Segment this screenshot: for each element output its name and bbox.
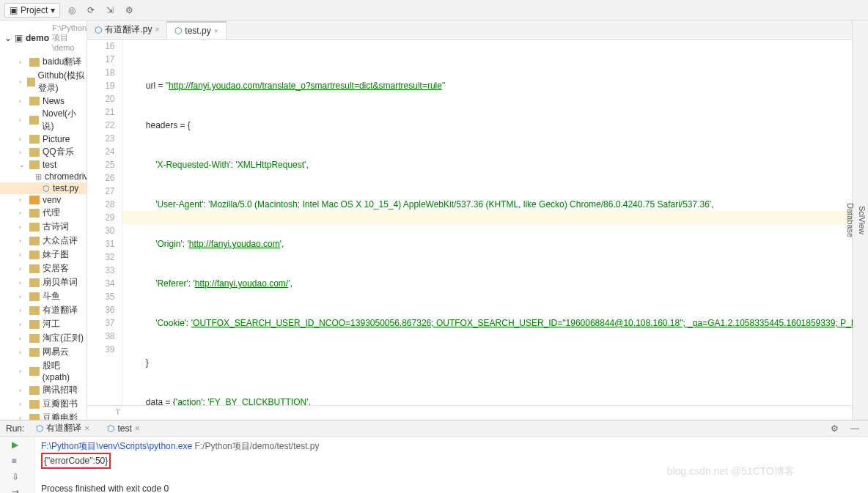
tab-youdao[interactable]: ⬡ 有道翻译.py × [87, 21, 167, 39]
folder-icon [29, 116, 40, 125]
tree-item[interactable]: ⊞chromedriver [0, 171, 87, 182]
folder-icon [29, 148, 40, 157]
arrow-icon: › [19, 196, 26, 204]
arrow-icon: › [19, 335, 26, 342]
tree-item[interactable]: ›Github(模拟登录) [0, 69, 87, 95]
tree-item[interactable]: ›baidu翻译 [0, 55, 87, 69]
tree-item[interactable]: ›Picture [0, 133, 87, 145]
tree-item[interactable]: ›代理 [0, 206, 87, 220]
tree-item[interactable]: ›QQ音乐 [0, 145, 87, 159]
folder-icon [29, 292, 40, 301]
folder-icon [29, 334, 40, 343]
tree-item[interactable]: ›安居客 [0, 262, 87, 275]
stop-icon[interactable]: ■ [12, 456, 23, 467]
right-tool-tabs: SciView Database [852, 21, 868, 420]
arrow-icon: › [19, 265, 26, 273]
tree-label: Github(模拟登录) [38, 70, 87, 94]
tree-root[interactable]: ⌄ ▣ demo F:\Python项目\demo [0, 21, 87, 55]
filter-icon[interactable]: ⇉ [12, 488, 23, 493]
run-output[interactable]: F:\Python项目\venv\Scripts\python.exe F:/P… [35, 437, 868, 493]
run-tab-youdao[interactable]: ⬡ 有道翻译 × [30, 420, 95, 436]
rerun-icon[interactable]: ▶ [12, 440, 23, 451]
folder-icon [29, 223, 40, 231]
project-dropdown[interactable]: ▣ Project ▾ [4, 3, 60, 18]
tree-item[interactable]: ›妹子图 [0, 248, 87, 262]
arrow-icon: › [19, 307, 26, 314]
tree-item[interactable]: ›扇贝单词 [0, 275, 87, 289]
tree-label: Novel(小说) [42, 108, 87, 133]
code-editor[interactable]: 1617181920212223242526272829303132333435… [87, 40, 868, 405]
close-icon[interactable]: × [155, 26, 160, 34]
run-label: Run: [6, 423, 24, 434]
arrow-icon: › [19, 223, 26, 231]
folder-icon [29, 237, 40, 245]
arrow-icon: ⌄ [19, 161, 26, 168]
tree-item[interactable]: ›豆瓣电影 [0, 411, 87, 420]
tree-item[interactable]: ›豆瓣图书 [0, 397, 87, 411]
arrow-icon: › [19, 293, 26, 300]
target-icon[interactable]: ◎ [65, 3, 79, 18]
tree-label: 网易云 [43, 346, 69, 358]
project-tree-panel: ⌄ ▣ demo F:\Python项目\demo ›baidu翻译›Githu… [0, 21, 87, 420]
tree-item[interactable]: ⬡test.py [0, 182, 87, 194]
tab-test[interactable]: ⬡ test.py × [167, 21, 226, 39]
tree-label: 有道翻译 [43, 304, 78, 316]
root-name: demo [26, 33, 49, 43]
tree-label: 河工 [43, 318, 60, 330]
run-tab-test[interactable]: ⬡ test × [101, 422, 145, 435]
tree-item[interactable]: ›淘宝(正则) [0, 331, 87, 345]
arrow-icon: › [19, 59, 26, 66]
arrow-icon: › [19, 321, 26, 328]
tree-label: test [43, 160, 56, 170]
tree-item[interactable]: ›腾讯招聘 [0, 383, 87, 397]
tree-label: chromedriver [45, 171, 87, 182]
folder-icon [29, 320, 40, 329]
tree-item[interactable]: ›有道翻译 [0, 303, 87, 317]
tree-item[interactable]: ›venv [0, 194, 87, 206]
tree-item[interactable]: ›斗鱼 [0, 289, 87, 303]
python-icon: ⬡ [36, 423, 43, 434]
tree-item[interactable]: ›大众点评 [0, 234, 87, 248]
tree-item[interactable]: ›Novel(小说) [0, 107, 87, 133]
lib-icon: ⊞ [35, 172, 42, 182]
tree-item[interactable]: ›网易云 [0, 345, 87, 359]
tree-item[interactable]: ›News [0, 95, 87, 107]
chevron-down-icon: ⌄ [4, 33, 12, 43]
tree-label: venv [43, 195, 61, 205]
tree-item[interactable]: ›河工 [0, 317, 87, 331]
folder-icon [29, 58, 40, 67]
arrow-icon: › [19, 210, 26, 217]
sciview-tab[interactable]: SciView [856, 21, 868, 420]
collapse-icon[interactable]: ⇲ [103, 3, 117, 18]
root-path: F:\Python项目\demo [52, 23, 87, 52]
gear-icon[interactable]: ⚙ [122, 3, 136, 18]
refresh-icon[interactable]: ⟳ [84, 3, 98, 18]
tree-label: QQ音乐 [43, 146, 74, 158]
gear-icon[interactable]: ⚙ [827, 421, 842, 436]
tree-item[interactable]: ›古诗词 [0, 220, 87, 234]
close-icon[interactable]: × [84, 423, 89, 434]
tree-label: 淘宝(正则) [43, 332, 84, 344]
down-icon[interactable]: ⇩ [12, 472, 23, 483]
arrow-icon: › [19, 251, 26, 259]
close-icon[interactable]: × [214, 27, 218, 35]
folder-icon [29, 386, 40, 395]
tree-item[interactable]: ⌄test [0, 159, 87, 171]
arrow-icon: › [19, 97, 26, 105]
close-icon[interactable]: × [135, 423, 140, 434]
tree-label: Picture [43, 134, 70, 144]
run-tab-label: 有道翻译 [46, 422, 81, 434]
code-content[interactable]: url = "http://fanyi.youdao.com/translate… [122, 40, 853, 405]
folder-icon [27, 78, 34, 86]
tree-label: 扇贝单词 [43, 276, 78, 289]
tree-label: baidu翻译 [43, 56, 81, 68]
folder-icon [29, 160, 40, 169]
project-label: Project [21, 5, 48, 15]
exit-message: Process finished with exit code 0 [41, 482, 862, 493]
python-icon: ⬡ [95, 25, 102, 35]
editor-tabs: ⬡ 有道翻译.py × ⬡ test.py × [87, 21, 868, 40]
run-panel: Run: ⬡ 有道翻译 × ⬡ test × ⚙ — ▶ ■ ⇩ ⇉ F:\Py… [0, 420, 868, 493]
minimize-icon[interactable]: — [847, 421, 862, 436]
tree-item[interactable]: ›股吧(xpath) [0, 359, 87, 383]
arrow-icon: › [19, 78, 24, 86]
